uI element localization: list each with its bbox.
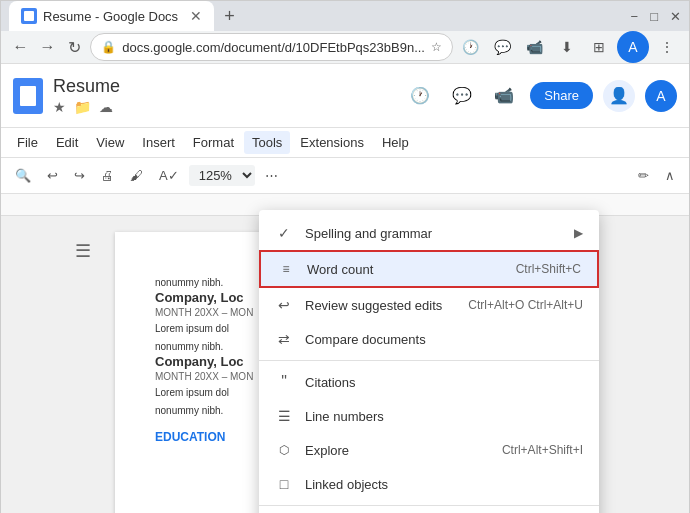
menu-bar: File Edit View Insert Format Tools Exten… xyxy=(1,128,689,158)
menu-edit[interactable]: Edit xyxy=(48,131,86,154)
video-button[interactable]: 📹 xyxy=(521,33,549,61)
word-count-icon: ≡ xyxy=(277,260,295,278)
address-text: docs.google.com/document/d/10DFEtbPqs23b… xyxy=(122,40,425,55)
cloud-icon[interactable]: ☁ xyxy=(99,99,113,115)
menu-insert[interactable]: Insert xyxy=(134,131,183,154)
menu-compare[interactable]: ⇄ Compare documents xyxy=(259,322,599,356)
star-icon[interactable]: ★ xyxy=(53,99,66,115)
docs-title-area: Resume ★ 📁 ☁ xyxy=(53,76,120,115)
docs-header-right: 🕐 💬 📹 Share 👤 A xyxy=(404,80,677,112)
share-button[interactable]: Share xyxy=(530,82,593,109)
menu-view[interactable]: View xyxy=(88,131,132,154)
review-icon: ↩ xyxy=(275,296,293,314)
menu-spelling[interactable]: ✓ Spelling and grammar ▶ xyxy=(259,216,599,250)
back-button[interactable]: ← xyxy=(9,33,32,61)
nav-actions: 🕐 💬 📹 ⬇ ⊞ A ⋮ xyxy=(457,31,681,63)
toolbar-edit[interactable]: ✏ xyxy=(632,164,655,187)
chat-button[interactable]: 💬 xyxy=(489,33,517,61)
refresh-button[interactable]: ↻ xyxy=(63,33,86,61)
compare-icon: ⇄ xyxy=(275,330,293,348)
menu-divider-2 xyxy=(259,505,599,506)
user-icon[interactable]: 👤 xyxy=(603,80,635,112)
spelling-label: Spelling and grammar xyxy=(305,226,562,241)
toolbar-paint[interactable]: 🖌 xyxy=(124,164,149,187)
more-button[interactable]: ⋮ xyxy=(653,33,681,61)
nav-bar: ← → ↻ 🔒 docs.google.com/document/d/10DFE… xyxy=(1,31,689,64)
linked-objects-icon: □ xyxy=(275,475,293,493)
compare-label: Compare documents xyxy=(305,332,583,347)
folder-icon[interactable]: 📁 xyxy=(74,99,91,115)
toolbar-spell[interactable]: A✓ xyxy=(153,164,185,187)
doc-left-sidebar: ☰ xyxy=(63,232,103,513)
tab-close-button[interactable]: ✕ xyxy=(190,8,202,24)
account-avatar[interactable]: A xyxy=(645,80,677,112)
maximize-button[interactable]: □ xyxy=(650,9,658,24)
citations-icon: " xyxy=(275,373,293,391)
menu-extensions[interactable]: Extensions xyxy=(292,131,372,154)
toolbar-more[interactable]: ⋯ xyxy=(259,164,284,187)
tab-title: Resume - Google Docs xyxy=(43,9,178,24)
new-tab-button[interactable]: + xyxy=(224,6,235,27)
citations-label: Citations xyxy=(305,375,583,390)
tools-dropdown: ✓ Spelling and grammar ▶ ≡ Word count Ct… xyxy=(259,210,599,513)
docs-title-icons: ★ 📁 ☁ xyxy=(53,99,120,115)
spelling-icon: ✓ xyxy=(275,224,293,242)
account-button[interactable]: A xyxy=(617,31,649,63)
menu-format[interactable]: Format xyxy=(185,131,242,154)
review-shortcut: Ctrl+Alt+O Ctrl+Alt+U xyxy=(468,298,583,312)
forward-button[interactable]: → xyxy=(36,33,59,61)
docs-title[interactable]: Resume xyxy=(53,76,120,97)
toolbar-undo[interactable]: ↩ xyxy=(41,164,64,187)
tab-favicon xyxy=(21,8,37,24)
zoom-select[interactable]: 125% 100% 75% xyxy=(189,165,255,186)
address-bar[interactable]: 🔒 docs.google.com/document/d/10DFEtbPqs2… xyxy=(90,33,453,61)
lock-icon: 🔒 xyxy=(101,40,116,54)
review-label: Review suggested edits xyxy=(305,298,456,313)
menu-help[interactable]: Help xyxy=(374,131,417,154)
browser-tab[interactable]: Resume - Google Docs ✕ xyxy=(9,1,214,31)
list-icon: ☰ xyxy=(75,240,91,262)
explore-shortcut: Ctrl+Alt+Shift+I xyxy=(502,443,583,457)
toolbar: 🔍 ↩ ↪ 🖨 🖌 A✓ 125% 100% 75% ⋯ ✏ ∧ xyxy=(1,158,689,194)
explore-icon: ⬡ xyxy=(275,441,293,459)
linked-objects-label: Linked objects xyxy=(305,477,583,492)
versions-icon[interactable]: 🕐 xyxy=(404,80,436,112)
line-numbers-label: Line numbers xyxy=(305,409,583,424)
menu-divider-1 xyxy=(259,360,599,361)
meet-icon[interactable]: 📹 xyxy=(488,80,520,112)
menu-explore[interactable]: ⬡ Explore Ctrl+Alt+Shift+I xyxy=(259,433,599,467)
menu-line-numbers[interactable]: ☰ Line numbers xyxy=(259,399,599,433)
word-count-shortcut: Ctrl+Shift+C xyxy=(516,262,581,276)
toolbar-redo[interactable]: ↪ xyxy=(68,164,91,187)
close-button[interactable]: ✕ xyxy=(670,9,681,24)
docs-logo xyxy=(13,78,43,114)
comments-icon[interactable]: 💬 xyxy=(446,80,478,112)
docs-app: Resume ★ 📁 ☁ 🕐 💬 📹 Share 👤 A File Edit V… xyxy=(1,64,689,513)
download-icon[interactable]: ⬇ xyxy=(553,33,581,61)
browser-frame: Resume - Google Docs ✕ + − □ ✕ ← → ↻ 🔒 d… xyxy=(0,0,690,513)
grid-icon[interactable]: ⊞ xyxy=(585,33,613,61)
title-bar: Resume - Google Docs ✕ + − □ ✕ xyxy=(1,1,689,31)
toolbar-print[interactable]: 🖨 xyxy=(95,164,120,187)
toolbar-chevron[interactable]: ∧ xyxy=(659,164,681,187)
explore-label: Explore xyxy=(305,443,490,458)
menu-review[interactable]: ↩ Review suggested edits Ctrl+Alt+O Ctrl… xyxy=(259,288,599,322)
menu-citations[interactable]: " Citations xyxy=(259,365,599,399)
toolbar-search[interactable]: 🔍 xyxy=(9,164,37,187)
docs-header: Resume ★ 📁 ☁ 🕐 💬 📹 Share 👤 A xyxy=(1,64,689,128)
line-numbers-icon: ☰ xyxy=(275,407,293,425)
menu-word-count[interactable]: ≡ Word count Ctrl+Shift+C xyxy=(259,250,599,288)
submenu-arrow-icon: ▶ xyxy=(574,226,583,240)
word-count-label: Word count xyxy=(307,262,504,277)
bookmark-icon: ☆ xyxy=(431,40,442,54)
menu-linked-objects[interactable]: □ Linked objects xyxy=(259,467,599,501)
minimize-button[interactable]: − xyxy=(631,9,639,24)
menu-file[interactable]: File xyxy=(9,131,46,154)
menu-tools[interactable]: Tools xyxy=(244,131,290,154)
history-button[interactable]: 🕐 xyxy=(457,33,485,61)
window-controls: − □ ✕ xyxy=(631,9,681,24)
